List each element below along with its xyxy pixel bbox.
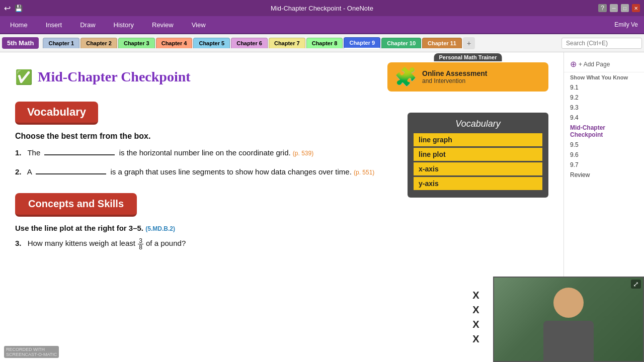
q1-ref: (p. 539) bbox=[293, 150, 313, 157]
expand-webcam-btn[interactable]: ⤢ bbox=[631, 280, 641, 289]
q3-text: How many kittens weigh at least bbox=[28, 239, 135, 247]
chapter-tab-9[interactable]: Chapter 9 bbox=[344, 37, 380, 49]
use-line-plot-text: Use the line plot at the right for 3–5. … bbox=[15, 224, 548, 232]
vocabulary-box: Vocabulary line graph line plot x-axis y… bbox=[408, 113, 548, 198]
sidebar-item-91[interactable]: 9.1 bbox=[564, 82, 644, 93]
trainer-line1: Online Assessment bbox=[422, 69, 487, 77]
chapter-tab-5[interactable]: Chapter 5 bbox=[193, 38, 230, 48]
chapter-tab-11[interactable]: Chapter 11 bbox=[422, 38, 462, 48]
save-icon[interactable]: 💾 bbox=[15, 5, 23, 12]
add-chapter-tab[interactable]: + bbox=[463, 37, 475, 49]
undo-icon[interactable]: ↩ bbox=[4, 4, 11, 13]
vocab-item-2: line plot bbox=[414, 148, 542, 161]
trainer-badge: Personal Math Trainer bbox=[434, 53, 502, 61]
sidebar-item-92[interactable]: 9.2 bbox=[564, 93, 644, 103]
q2-before: A bbox=[27, 167, 32, 176]
chapter-tab-2[interactable]: Chapter 2 bbox=[80, 38, 117, 48]
q1-before: The bbox=[27, 148, 40, 157]
trainer-line2: and Intervention bbox=[422, 77, 487, 84]
sidebar-item-94[interactable]: 9.4 bbox=[564, 113, 644, 123]
add-page-icon: ⊕ bbox=[570, 59, 577, 69]
page-header: ✅ Mid-Chapter Checkpoint 🧩 Personal Math… bbox=[15, 62, 548, 92]
q1-after: is the horizontal number line on the coo… bbox=[119, 148, 291, 157]
chapter-tab-7[interactable]: Chapter 7 bbox=[269, 38, 305, 48]
notebook-title[interactable]: 5th Math bbox=[2, 37, 39, 49]
standard-ref: (5.MD.B.2) bbox=[145, 225, 175, 232]
q3-text-after: of a pound? bbox=[146, 239, 186, 247]
chapter-tab-8[interactable]: Chapter 8 bbox=[306, 38, 343, 48]
ribbon-tab-home[interactable]: Home bbox=[6, 19, 32, 31]
chapter-tab-3[interactable]: Chapter 3 bbox=[118, 38, 155, 48]
q1-blank[interactable] bbox=[44, 154, 115, 155]
vocab-item-1: line graph bbox=[414, 133, 542, 146]
vocab-box-title: Vocabulary bbox=[414, 119, 542, 129]
webcam-overlay: ⤢ bbox=[493, 277, 644, 362]
x-mark: X bbox=[470, 290, 482, 301]
trainer-icon: 🧩 bbox=[394, 66, 417, 87]
q1-num: 1. bbox=[15, 148, 22, 157]
notebook-tabs-area: 5th Math Chapter 1 Chapter 2 Chapter 3 C… bbox=[0, 34, 644, 52]
chapter-tab-6[interactable]: Chapter 6 bbox=[231, 38, 268, 48]
vocab-item-4: y-axis bbox=[414, 177, 542, 190]
sidebar-item-93[interactable]: 9.3 bbox=[564, 103, 644, 113]
chapter-tab-1[interactable]: Chapter 1 bbox=[43, 38, 79, 48]
x-mark: X bbox=[470, 333, 482, 345]
person-body bbox=[543, 321, 594, 361]
sidebar-item-review[interactable]: Review bbox=[564, 170, 644, 180]
concepts-skills-button[interactable]: Concepts and Skills bbox=[15, 193, 137, 217]
sidebar-item-97[interactable]: 9.7 bbox=[564, 160, 644, 170]
sidebar-item-96[interactable]: 9.6 bbox=[564, 150, 644, 160]
q2-after: is a graph that uses line segments to sh… bbox=[110, 167, 351, 176]
trainer-text: Personal Math Trainer Online Assessment … bbox=[422, 69, 487, 84]
ribbon: Home Insert Draw History Review View Emi… bbox=[0, 16, 644, 34]
sidebar-item-midchapter[interactable]: Mid-Chapter Checkpoint bbox=[564, 123, 644, 140]
show-what-you-know-label: Show What You Know bbox=[564, 72, 644, 82]
ribbon-tab-view[interactable]: View bbox=[188, 19, 210, 31]
q3-num: 3. bbox=[15, 239, 22, 247]
screencast-watermark: RECORDED WITH SCREENCAST-O-MATIC bbox=[4, 346, 59, 358]
sidebar-item-95[interactable]: 9.5 bbox=[564, 140, 644, 150]
title-bar: ↩ 💾 Mid-Chapter Checkpoint - OneNote ? ─… bbox=[0, 0, 644, 16]
fraction-3-8: 3 8 bbox=[138, 238, 143, 250]
trainer-container: 🧩 Personal Math Trainer Online Assessmen… bbox=[387, 62, 548, 92]
maximize-btn[interactable]: □ bbox=[621, 4, 629, 12]
window-controls: ? ─ □ ✕ bbox=[598, 4, 640, 12]
page-title: Mid-Chapter Checkpoint bbox=[38, 69, 191, 85]
search-input[interactable] bbox=[561, 38, 642, 49]
content-area: ✅ Mid-Chapter Checkpoint 🧩 Personal Math… bbox=[0, 52, 564, 362]
page-title-area: ✅ Mid-Chapter Checkpoint bbox=[15, 69, 191, 85]
minimize-btn[interactable]: ─ bbox=[610, 4, 618, 12]
user-label: Emily Ve bbox=[614, 21, 638, 28]
person-head bbox=[553, 288, 584, 318]
title-bar-text: Mid-Chapter Checkpoint - OneNote bbox=[271, 5, 373, 12]
x-mark: X bbox=[470, 319, 482, 330]
ribbon-tab-review[interactable]: Review bbox=[148, 19, 178, 31]
webcam-feed bbox=[494, 278, 643, 361]
q2-num: 2. bbox=[15, 167, 22, 176]
vocab-item-3: x-axis bbox=[414, 162, 542, 175]
add-page-button[interactable]: ⊕ + Add Page bbox=[564, 56, 644, 72]
ribbon-tab-insert[interactable]: Insert bbox=[42, 19, 66, 31]
q2-blank[interactable] bbox=[36, 173, 106, 174]
quick-access: ↩ 💾 bbox=[4, 4, 23, 13]
ribbon-tab-draw[interactable]: Draw bbox=[76, 19, 99, 31]
chapter-tab-4[interactable]: Chapter 4 bbox=[156, 38, 193, 48]
trainer-box[interactable]: 🧩 Personal Math Trainer Online Assessmen… bbox=[387, 62, 548, 92]
checkpoint-icon: ✅ bbox=[15, 69, 33, 85]
vocabulary-button[interactable]: Vocabulary bbox=[15, 102, 98, 125]
help-btn[interactable]: ? bbox=[598, 4, 607, 12]
q2-ref: (p. 551) bbox=[354, 169, 374, 176]
ribbon-tab-history[interactable]: History bbox=[110, 19, 138, 31]
question-3: 3. How many kittens weigh at least 3 8 o… bbox=[15, 237, 548, 250]
close-btn[interactable]: ✕ bbox=[632, 4, 640, 12]
x-mark: X bbox=[470, 304, 482, 316]
chapter-tab-10[interactable]: Chapter 10 bbox=[381, 38, 421, 48]
